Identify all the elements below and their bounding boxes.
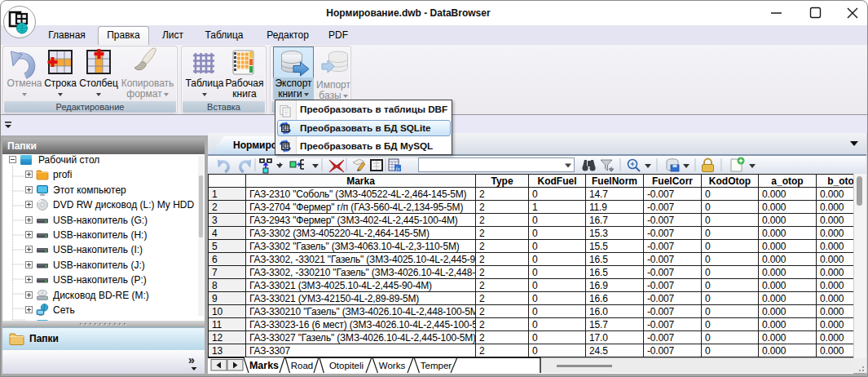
svg-text:Otopiteli: Otopiteli — [329, 361, 364, 370]
svg-text:Road: Road — [291, 361, 314, 370]
svg-text:»: » — [188, 354, 195, 366]
svg-text:Temper: Temper — [421, 361, 452, 370]
svg-text:Marks: Marks — [249, 360, 279, 371]
svg-text:Works: Works — [379, 361, 406, 370]
svg-text:fx: fx — [395, 166, 400, 172]
